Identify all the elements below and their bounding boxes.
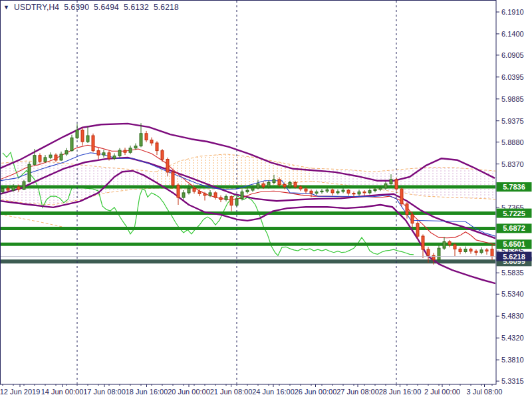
candle-body <box>384 184 387 188</box>
low-value: 5.6132 <box>124 3 149 12</box>
x-tick-label: 17 Jun 08:00 <box>83 388 126 396</box>
x-tick-label: 21 Jun 08:00 <box>210 388 253 396</box>
candle-body <box>299 187 302 189</box>
candle-body <box>267 182 270 187</box>
close-value: 5.6218 <box>154 3 179 12</box>
y-tick-label: 6.1910 <box>501 8 524 16</box>
candle-body <box>124 150 126 152</box>
candle-body <box>278 180 281 185</box>
candle-body <box>352 194 355 194</box>
candle-body <box>485 250 488 251</box>
y-tick-label: 5.9375 <box>501 117 524 125</box>
x-tick-label: 2 Jul 00:00 <box>424 388 460 396</box>
candle-body <box>198 192 201 194</box>
axis-price-badge-label: 5.6218 <box>503 253 525 261</box>
y-tick-label: 6.0905 <box>501 51 524 59</box>
axis-price-badge-label: 5.7225 <box>503 209 525 217</box>
open-value: 5.6390 <box>64 3 89 12</box>
candle-body <box>81 130 84 142</box>
candle-body <box>321 191 323 192</box>
y-tick-label: 5.5340 <box>501 290 524 298</box>
high-value: 5.6494 <box>94 3 119 12</box>
x-tick-label: 28 Jun 16:00 <box>379 388 422 396</box>
candle-body <box>438 248 440 259</box>
x-tick-label: 18 Jun 16:00 <box>126 388 168 396</box>
candle-body <box>400 189 403 204</box>
candle-body <box>156 143 158 151</box>
candle-body <box>76 130 78 138</box>
candle-body <box>422 236 424 249</box>
candle-body <box>129 148 132 153</box>
candle-body <box>193 188 196 192</box>
y-tick-label: 5.3315 <box>501 377 524 385</box>
candle-body <box>289 182 291 187</box>
x-tick-label: 20 Jun 00:00 <box>168 388 210 396</box>
candle-body <box>23 182 25 190</box>
y-tick-label: 5.4320 <box>501 334 524 342</box>
candle-body <box>177 185 180 198</box>
candle-body <box>55 155 57 160</box>
candle-body <box>374 190 376 191</box>
y-tick-label: 5.3810 <box>501 356 524 364</box>
candle-body <box>480 250 483 253</box>
candle-body <box>363 192 366 193</box>
candle-body <box>257 184 259 188</box>
x-tick-label: 26 Jun 00:00 <box>295 388 337 396</box>
x-tick-label: 24 Jun 16:00 <box>252 388 295 396</box>
symbol-period-label: USDTRY,H4 <box>14 3 59 12</box>
candle-body <box>28 164 31 182</box>
candle-body <box>70 138 73 150</box>
candle-body <box>469 249 472 251</box>
candle-body <box>182 193 185 198</box>
axis-price-badge-label: 5.6872 <box>503 224 525 232</box>
candle-body <box>262 184 265 187</box>
candle-body <box>86 136 89 142</box>
candle-body <box>92 136 94 151</box>
candle-body <box>12 187 15 190</box>
chart-title: ▼ USDTRY,H4 5.6390 5.6494 5.6132 5.6218 <box>3 3 179 12</box>
candle-body <box>342 190 344 192</box>
candle-body <box>294 182 297 187</box>
y-tick-label: 5.8370 <box>501 160 524 168</box>
candle-body <box>140 134 142 146</box>
candle-body <box>358 192 360 194</box>
candle-body <box>97 151 100 156</box>
x-tick-label: 3 Jul 08:00 <box>467 388 503 396</box>
candle-body <box>1 188 4 192</box>
candle-body <box>39 156 41 162</box>
candle-body <box>60 154 63 160</box>
candle-body <box>273 180 275 183</box>
candle-body <box>454 245 456 249</box>
candle-body <box>17 187 20 190</box>
price-chart-canvas[interactable]: 6.19106.14006.09056.03955.98855.93755.88… <box>0 0 532 399</box>
candle-body <box>283 185 286 187</box>
candle-body <box>209 193 211 196</box>
candle-body <box>411 215 414 223</box>
candle-body <box>108 153 110 158</box>
candle-body <box>475 251 477 253</box>
candle-body <box>203 194 206 196</box>
candle-body <box>219 198 222 200</box>
candle-body <box>65 151 68 154</box>
candle-body <box>427 249 430 255</box>
candle-body <box>172 172 174 185</box>
candle-body <box>118 150 121 156</box>
candle-body <box>134 146 137 148</box>
y-tick-label: 5.5835 <box>501 269 524 277</box>
candle-body <box>44 158 47 162</box>
candle-body <box>464 249 467 252</box>
candle-body <box>326 190 329 191</box>
candle-body <box>246 190 249 192</box>
candle-body <box>145 134 148 140</box>
candle-body <box>166 160 169 172</box>
candle-body <box>188 188 190 193</box>
candle-body <box>491 249 493 257</box>
candle-body <box>310 191 313 193</box>
candle-body <box>7 188 9 190</box>
chart-window: 6.19106.14006.09056.03955.98855.93755.88… <box>0 0 532 399</box>
y-tick-label: 5.9885 <box>501 95 524 103</box>
candle-body <box>49 155 52 158</box>
candle-body <box>416 223 419 236</box>
candle-body <box>443 242 446 249</box>
candle-body <box>395 180 398 189</box>
